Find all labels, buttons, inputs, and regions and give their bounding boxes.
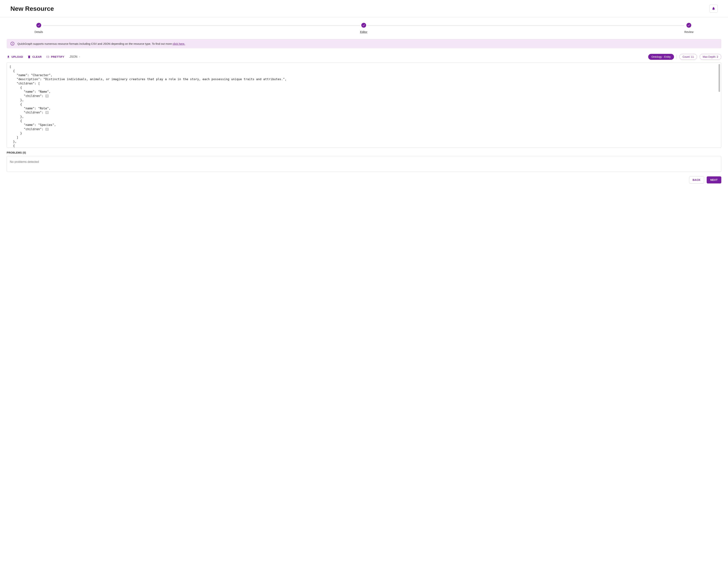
prettify-label: PRETTIFY <box>51 55 64 58</box>
upload-icon <box>7 55 10 58</box>
bell-icon <box>712 7 716 10</box>
step-label: Review <box>684 30 694 33</box>
stepper: Details Editor Review <box>34 23 694 33</box>
clear-label: CLEAR <box>32 55 42 58</box>
depth-chip: Max Depth: 2 <box>700 54 721 60</box>
prettify-button[interactable]: PRETTIFY <box>46 55 64 58</box>
page-title: New Resource <box>10 5 54 12</box>
json-editor[interactable]: [ { "name": "Character", "description": … <box>7 62 721 148</box>
editor-box: [ { "name": "Character", "description": … <box>7 62 721 148</box>
step-review[interactable]: Review <box>684 23 694 33</box>
problems-label: PROBLEMS (0) <box>7 151 721 154</box>
info-text: QuickGraph supports numerous resource fo… <box>18 42 173 45</box>
info-banner: QuickGraph supports numerous resource fo… <box>7 39 721 48</box>
step-editor[interactable]: Editor <box>360 23 367 33</box>
check-icon <box>36 23 41 28</box>
upload-label: UPLOAD <box>11 55 23 58</box>
notifications-button[interactable] <box>709 4 718 12</box>
info-text-wrapper: QuickGraph supports numerous resource fo… <box>18 42 185 45</box>
problems-box: No problems detected <box>7 156 721 172</box>
trash-icon <box>27 55 31 58</box>
resource-type-chip: Ontology - Entity <box>648 54 674 60</box>
info-link[interactable]: click here. <box>173 42 185 45</box>
braces-icon <box>46 55 50 58</box>
toolbar: UPLOAD CLEAR PRETTIFY JSON Ontology - En… <box>7 54 721 60</box>
next-button[interactable]: NEXT <box>707 176 721 183</box>
toolbar-left: UPLOAD CLEAR PRETTIFY JSON <box>7 55 81 58</box>
problems-empty-text: No problems detected <box>10 160 39 163</box>
info-icon <box>10 42 15 46</box>
clear-button[interactable]: CLEAR <box>27 55 42 58</box>
dropdown-icon <box>78 56 81 58</box>
count-chip: Count: 11 <box>679 54 697 60</box>
toolbar-right: Ontology - Entity Count: 11 Max Depth: 2 <box>648 54 721 60</box>
footer: BACK NEXT <box>7 176 721 183</box>
step-label: Editor <box>360 30 367 33</box>
step-label: Details <box>34 30 43 33</box>
step-details[interactable]: Details <box>34 23 43 33</box>
check-icon <box>686 23 691 28</box>
scrollbar-thumb[interactable] <box>719 64 720 92</box>
svg-point-2 <box>12 43 12 43</box>
format-select[interactable]: JSON <box>70 55 81 58</box>
upload-button[interactable]: UPLOAD <box>7 55 23 58</box>
format-value: JSON <box>70 55 78 58</box>
topbar: New Resource <box>0 0 728 17</box>
check-icon <box>361 23 366 28</box>
back-button[interactable]: BACK <box>689 176 704 183</box>
